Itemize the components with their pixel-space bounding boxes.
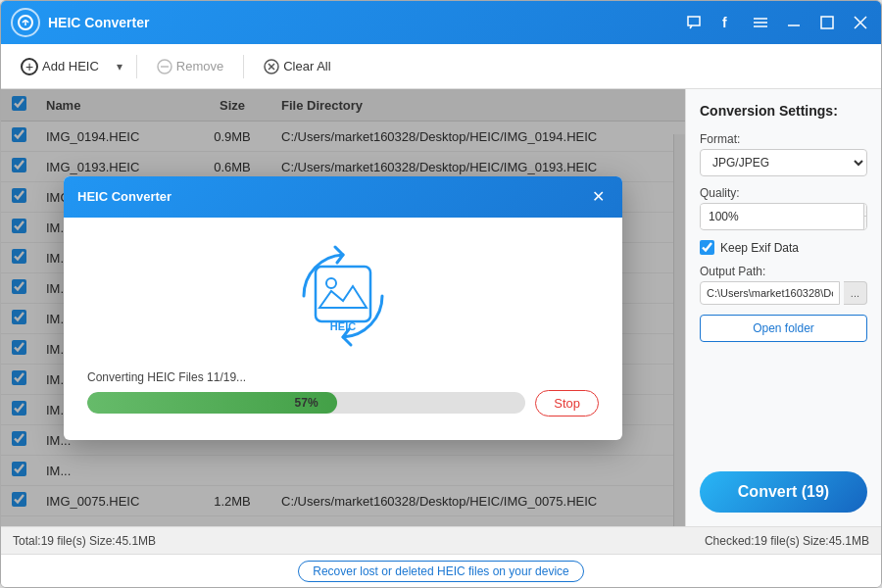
status-bar: Total:19 file(s) Size:45.1MB Checked:19 …	[1, 526, 881, 554]
toolbar-separator-1	[136, 55, 137, 78]
app-logo	[11, 8, 40, 37]
chat-icon[interactable]	[683, 12, 705, 33]
output-path-input[interactable]	[700, 281, 840, 305]
browse-button[interactable]: ...	[844, 281, 867, 305]
status-left: Total:19 file(s) Size:45.1MB	[13, 534, 156, 548]
menu-icon[interactable]	[750, 12, 771, 33]
quality-stepper: ▲ ▼	[863, 204, 867, 229]
clear-all-button[interactable]: Clear All	[256, 55, 338, 78]
window-controls: f	[683, 12, 871, 33]
progress-section: Converting HEIC Files 11/19... 57% Stop	[87, 370, 599, 416]
file-list-area: Name Size File Directory IMG_0194.HEIC 0…	[1, 89, 685, 526]
progress-text: Converting HEIC Files 11/19...	[87, 370, 599, 384]
remove-label: Remove	[176, 59, 223, 74]
clear-all-label: Clear All	[283, 59, 330, 74]
format-select[interactable]: JPG/JPEG PNG BMP	[700, 149, 867, 176]
quality-input[interactable]	[701, 205, 863, 228]
title-bar: HEIC Converter f	[1, 1, 881, 44]
quality-row: ▲ ▼	[700, 203, 867, 230]
add-dropdown-button[interactable]: ▾	[115, 58, 124, 75]
close-icon[interactable]	[850, 12, 871, 33]
right-panel: Conversion Settings: Format: JPG/JPEG PN…	[685, 89, 881, 526]
modal-close-button[interactable]: ✕	[587, 186, 609, 208]
progress-percentage: 57%	[295, 396, 318, 410]
add-heic-button[interactable]: + Add HEIC	[13, 54, 107, 79]
modal-body: HEIC Converting HEIC Files 11/19... 57%	[64, 218, 622, 440]
modal-header: HEIC Converter ✕	[64, 176, 622, 218]
maximize-icon[interactable]	[816, 12, 838, 33]
remove-button[interactable]: Remove	[149, 55, 231, 78]
status-right: Checked:19 file(s) Size:45.1MB	[705, 534, 869, 548]
keep-exif-label: Keep Exif Data	[720, 241, 799, 255]
modal-title: HEIC Converter	[77, 189, 172, 204]
svg-text:f: f	[722, 15, 727, 30]
facebook-icon[interactable]: f	[716, 12, 738, 33]
toolbar: + Add HEIC ▾ Remove Clear All	[1, 44, 881, 89]
conversion-modal: HEIC Converter ✕	[64, 176, 622, 440]
main-window: HEIC Converter f + Add HEI	[0, 0, 882, 588]
quality-down-button[interactable]: ▼	[864, 217, 867, 229]
main-content: Name Size File Directory IMG_0194.HEIC 0…	[1, 89, 881, 526]
quality-up-button[interactable]: ▲	[864, 204, 867, 217]
keep-exif-checkbox[interactable]	[700, 240, 714, 255]
add-circle-icon: +	[21, 58, 38, 75]
progress-bar-bg: 57%	[87, 392, 525, 414]
exif-row: Keep Exif Data	[700, 240, 867, 255]
output-path-section: Output Path: ...	[700, 265, 867, 305]
convert-button[interactable]: Convert (19)	[700, 471, 867, 513]
quality-section: Quality: ▲ ▼	[700, 186, 867, 230]
toolbar-separator-2	[243, 55, 244, 78]
footer: Recover lost or deleted HEIC files on yo…	[1, 554, 881, 587]
heic-animation: HEIC	[274, 237, 412, 355]
open-folder-button[interactable]: Open folder	[700, 315, 867, 342]
output-path-row: ...	[700, 281, 867, 305]
format-label: Format:	[700, 132, 867, 146]
conversion-settings-title: Conversion Settings:	[700, 103, 867, 119]
conversion-modal-overlay: HEIC Converter ✕	[1, 89, 685, 526]
app-title: HEIC Converter	[48, 15, 683, 30]
format-section: Format: JPG/JPEG PNG BMP	[700, 132, 867, 176]
recover-files-link[interactable]: Recover lost or deleted HEIC files on yo…	[298, 561, 583, 582]
svg-rect-6	[821, 17, 833, 28]
svg-rect-14	[316, 267, 370, 321]
add-heic-label: Add HEIC	[42, 59, 99, 74]
svg-text:HEIC: HEIC	[330, 320, 356, 332]
progress-bar-container: 57% Stop	[87, 390, 599, 416]
output-path-label: Output Path:	[700, 265, 867, 278]
stop-button[interactable]: Stop	[535, 390, 599, 416]
quality-label: Quality:	[700, 186, 867, 200]
minimize-icon[interactable]	[783, 12, 805, 33]
